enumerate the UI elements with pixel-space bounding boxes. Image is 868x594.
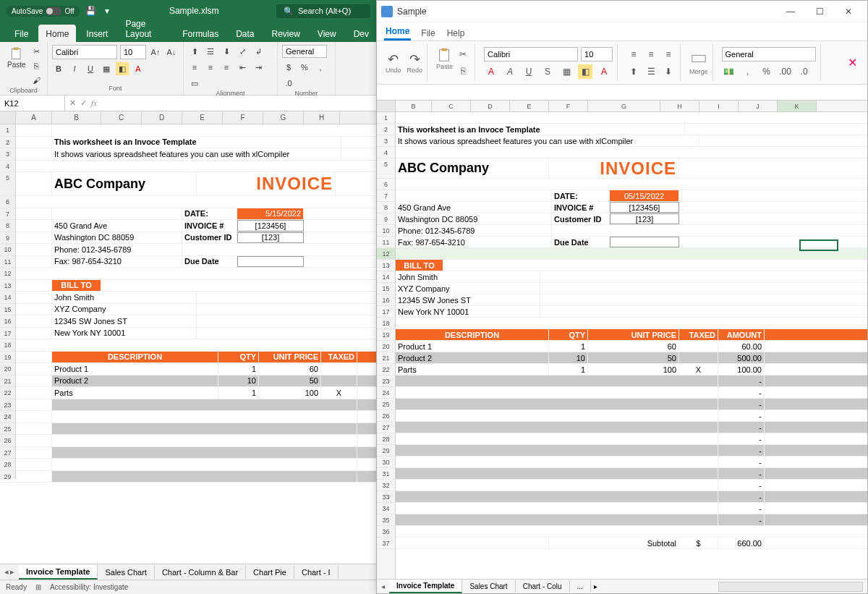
customer-id[interactable]: [123] xyxy=(237,232,304,244)
undo-icon[interactable]: ↶ xyxy=(386,52,401,67)
align-center-icon[interactable]: ≡ xyxy=(644,47,658,61)
col-head-h[interactable]: H xyxy=(304,111,340,124)
font-color-icon[interactable]: A xyxy=(132,62,145,75)
cancel-icon[interactable]: ✕ xyxy=(69,98,76,108)
align-left-icon[interactable]: ≡ xyxy=(626,47,641,61)
align-right-icon[interactable]: ≡ xyxy=(220,61,233,74)
cut-icon[interactable]: ✂ xyxy=(30,45,43,58)
align-bot-icon[interactable]: ⬇ xyxy=(661,64,676,79)
select-all-corner[interactable] xyxy=(0,111,16,124)
align-mid-icon[interactable]: ☰ xyxy=(644,64,658,79)
align-middle-icon[interactable]: ☰ xyxy=(204,45,217,58)
comma-icon[interactable]: , xyxy=(314,61,327,74)
copy-icon[interactable]: ⎘ xyxy=(30,59,43,72)
borders-icon[interactable]: ▦ xyxy=(100,62,113,75)
percent-icon[interactable]: % xyxy=(760,64,774,79)
fx-icon[interactable]: 𝑓𝑥 xyxy=(91,98,97,108)
select-all-corner[interactable] xyxy=(377,101,396,111)
accessibility-status[interactable]: Accessibility: Investigate xyxy=(50,583,128,591)
selected-cell[interactable] xyxy=(799,239,838,251)
col-head-c[interactable]: C xyxy=(101,111,142,124)
tab-file[interactable]: File xyxy=(7,25,35,42)
currency-icon[interactable]: 💵 xyxy=(722,64,736,79)
font-color-icon[interactable]: A xyxy=(597,64,611,79)
decrease-indent-icon[interactable]: ⇤ xyxy=(236,61,249,74)
tab-insert[interactable]: Insert xyxy=(79,25,115,42)
confirm-icon[interactable]: ✓ xyxy=(80,98,87,108)
italic-button[interactable]: I xyxy=(68,62,81,75)
copy-icon[interactable]: ⎘ xyxy=(456,64,470,78)
sheet-tab[interactable]: Invoice Template xyxy=(19,565,98,580)
minimize-button[interactable]: — xyxy=(776,1,805,22)
align-center-icon[interactable]: ≡ xyxy=(204,61,217,74)
underline-button[interactable]: U xyxy=(522,64,536,79)
col-head-e[interactable]: E xyxy=(182,111,223,124)
align-right-icon[interactable]: ≡ xyxy=(661,47,676,61)
macro-icon[interactable]: ⊞ xyxy=(35,583,41,591)
align-bottom-icon[interactable]: ⬇ xyxy=(220,45,233,58)
horizontal-scrollbar[interactable] xyxy=(718,582,863,592)
col-head-b[interactable]: B xyxy=(52,111,101,124)
autosave-toggle[interactable]: AutoSave Off xyxy=(6,6,80,17)
close-button[interactable]: ✕ xyxy=(834,1,863,22)
number-format-select[interactable]: General xyxy=(722,47,816,61)
increase-font-icon[interactable]: A↑ xyxy=(149,46,162,59)
sheet-tab[interactable]: Sales Chart xyxy=(98,566,154,579)
chevron-down-icon[interactable]: ▾ xyxy=(102,6,112,16)
decimal-inc-icon[interactable]: .0 xyxy=(282,77,295,90)
merge-icon[interactable] xyxy=(691,51,707,67)
paste-icon[interactable] xyxy=(437,47,453,63)
tab-view[interactable]: View xyxy=(310,25,344,42)
currency-icon[interactable]: $ xyxy=(282,61,295,74)
tab-data[interactable]: Data xyxy=(229,25,261,42)
tab-formulas[interactable]: Formulas xyxy=(175,25,226,42)
sheet-nav-next-icon[interactable]: ▸ xyxy=(10,567,14,577)
sample-formula-bar[interactable] xyxy=(377,85,867,101)
redo-icon[interactable]: ↷ xyxy=(407,52,422,67)
font-color-icon[interactable]: A xyxy=(484,64,498,79)
sheet-tab[interactable]: Chart Pie xyxy=(246,566,294,579)
paste-button[interactable]: Paste xyxy=(4,45,29,87)
col-head-d[interactable]: D xyxy=(142,111,182,124)
sheet-tab[interactable]: Chart - Column & Bar xyxy=(155,566,246,579)
tab-pagelayout[interactable]: Page Layout xyxy=(118,14,172,42)
fill-color-icon[interactable]: ◧ xyxy=(578,64,592,79)
strikethrough-icon[interactable]: S xyxy=(540,64,555,79)
decrease-font-icon[interactable]: A↓ xyxy=(165,46,178,59)
align-top-icon[interactable]: ⬆ xyxy=(188,45,201,58)
invoice-num[interactable]: [123456] xyxy=(237,220,304,232)
name-box[interactable]: K12 xyxy=(0,96,65,111)
tab-home[interactable]: Home xyxy=(38,25,76,42)
close-ribbon-icon[interactable]: ✕ xyxy=(848,56,863,69)
due-date-input[interactable] xyxy=(237,256,304,268)
item-desc[interactable]: Parts xyxy=(52,387,218,399)
save-icon[interactable]: 💾 xyxy=(86,6,96,16)
comma-icon[interactable]: , xyxy=(741,64,755,79)
number-format-select[interactable]: General xyxy=(282,45,327,58)
percent-icon[interactable]: % xyxy=(298,61,311,74)
align-left-icon[interactable]: ≡ xyxy=(188,61,201,74)
tab-help[interactable]: Help xyxy=(446,25,467,41)
fill-color-icon[interactable]: ◧ xyxy=(116,62,129,75)
sheet-nav-prev-icon[interactable]: ◂ xyxy=(4,567,9,577)
next-icon[interactable]: ▸ xyxy=(594,582,597,590)
tab-dev[interactable]: Dev xyxy=(346,25,376,42)
tab-file[interactable]: File xyxy=(420,25,436,41)
font-name-select[interactable]: Calibri xyxy=(52,45,117,59)
tab-review[interactable]: Review xyxy=(265,25,307,42)
col-head-a[interactable]: A xyxy=(16,111,52,124)
decimal-inc-icon[interactable]: .00 xyxy=(778,64,793,79)
font-size-select[interactable]: 10 xyxy=(120,45,146,59)
prev-icon[interactable]: ◂ xyxy=(381,582,385,590)
underline-button[interactable]: U xyxy=(84,62,97,75)
item-desc[interactable]: Product 1 xyxy=(52,363,218,375)
format-painter-icon[interactable]: 🖌 xyxy=(30,74,43,87)
orientation-icon[interactable]: ⤢ xyxy=(236,45,249,58)
merge-icon[interactable]: ▭ xyxy=(188,77,201,90)
cut-icon[interactable]: ✂ xyxy=(456,47,470,61)
bold-button[interactable]: B xyxy=(52,62,65,75)
italic-button[interactable]: A xyxy=(503,64,517,79)
font-name-select[interactable]: Calibri xyxy=(484,47,578,61)
col-head-f[interactable]: F xyxy=(223,111,263,124)
align-top-icon[interactable]: ⬆ xyxy=(626,64,641,79)
